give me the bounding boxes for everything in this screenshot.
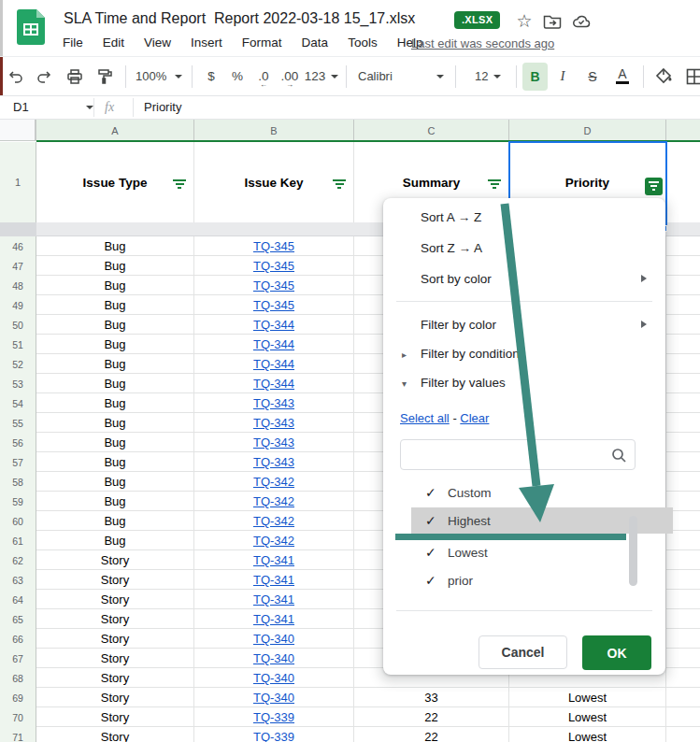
column-header-A[interactable]: A bbox=[36, 120, 194, 141]
menu-item-filter-by-color[interactable]: Filter by color bbox=[421, 318, 496, 332]
cell-B53[interactable]: TQ-344 bbox=[194, 374, 354, 393]
cell-B63[interactable]: TQ-341 bbox=[194, 570, 354, 590]
cell-A68[interactable]: Story bbox=[36, 668, 194, 688]
italic-button[interactable]: I bbox=[548, 63, 578, 91]
menu-edit[interactable]: Edit bbox=[103, 36, 124, 50]
cancel-button[interactable]: Cancel bbox=[479, 635, 567, 669]
issue-link[interactable]: TQ-342 bbox=[253, 494, 294, 508]
increase-decimal-button[interactable]: .00→ bbox=[277, 63, 303, 91]
cell-B61[interactable]: TQ-342 bbox=[194, 531, 354, 550]
cell-A65[interactable]: Story bbox=[36, 609, 194, 629]
issue-link[interactable]: TQ-341 bbox=[253, 612, 294, 626]
cell-A51[interactable]: Bug bbox=[36, 335, 194, 354]
row-header-61[interactable]: 61 bbox=[0, 531, 36, 550]
menu-format[interactable]: Format bbox=[242, 36, 282, 50]
cell-B69[interactable]: TQ-340 bbox=[194, 688, 354, 707]
borders-button[interactable] bbox=[679, 63, 700, 91]
last-edit-status[interactable]: Last edit was seconds ago bbox=[411, 36, 554, 50]
issue-link[interactable]: TQ-343 bbox=[253, 396, 294, 410]
more-formats-button[interactable]: 123 bbox=[303, 63, 340, 91]
fill-color-button[interactable] bbox=[650, 63, 679, 91]
issue-link[interactable]: TQ-345 bbox=[253, 239, 294, 253]
expanded-triangle-icon[interactable]: ▾ bbox=[402, 378, 407, 389]
row-header-65[interactable]: 65 bbox=[0, 609, 36, 629]
select-all-link[interactable]: Select all bbox=[400, 411, 450, 425]
issue-link[interactable]: TQ-339 bbox=[253, 730, 294, 742]
row-header-66[interactable]: 66 bbox=[0, 629, 36, 649]
cell-B68[interactable]: TQ-340 bbox=[194, 668, 354, 688]
cell-A54[interactable]: Bug bbox=[36, 393, 194, 413]
cell-B54[interactable]: TQ-343 bbox=[194, 393, 354, 413]
cell-A66[interactable]: Story bbox=[36, 629, 194, 649]
text-color-button[interactable]: A bbox=[607, 63, 637, 91]
menu-item-filter-by-values[interactable]: Filter by values bbox=[421, 376, 506, 390]
cell-A55[interactable]: Bug bbox=[36, 413, 194, 433]
issue-link[interactable]: TQ-343 bbox=[253, 435, 294, 449]
cell-B59[interactable]: TQ-342 bbox=[194, 492, 354, 511]
row-header-67[interactable]: 67 bbox=[0, 649, 36, 668]
filter-search-input[interactable] bbox=[408, 445, 605, 465]
issue-link[interactable]: TQ-340 bbox=[253, 671, 294, 685]
checkmark-icon[interactable]: ✓ bbox=[425, 545, 440, 560]
formula-input[interactable]: Priority bbox=[144, 100, 181, 114]
bold-button[interactable]: B bbox=[522, 63, 548, 91]
issue-link[interactable]: TQ-343 bbox=[253, 416, 294, 430]
star-icon[interactable]: ☆ bbox=[514, 11, 535, 32]
cell-B64[interactable]: TQ-341 bbox=[194, 590, 354, 609]
issue-link[interactable]: TQ-343 bbox=[253, 455, 294, 469]
cell-A59[interactable]: Bug bbox=[36, 492, 194, 511]
row-header-48[interactable]: 48 bbox=[0, 276, 36, 295]
cell-B46[interactable]: TQ-345 bbox=[194, 236, 354, 256]
row-header-64[interactable]: 64 bbox=[0, 590, 36, 609]
header-cell-issue-key[interactable]: Issue Key bbox=[194, 142, 354, 222]
sheets-logo-icon[interactable] bbox=[17, 9, 45, 45]
cell-B60[interactable]: TQ-342 bbox=[194, 511, 354, 531]
cell-B49[interactable]: TQ-345 bbox=[194, 295, 354, 315]
strikethrough-button[interactable]: S bbox=[578, 63, 607, 91]
cell-A62[interactable]: Story bbox=[36, 550, 194, 570]
cell-A53[interactable]: Bug bbox=[36, 374, 194, 393]
cell-A58[interactable]: Bug bbox=[36, 472, 194, 492]
filter-list-scrollbar[interactable] bbox=[629, 516, 637, 586]
cell-A57[interactable]: Bug bbox=[36, 452, 194, 472]
cell-B56[interactable]: TQ-343 bbox=[194, 433, 354, 452]
issue-link[interactable]: TQ-342 bbox=[253, 514, 294, 528]
issue-link[interactable]: TQ-344 bbox=[253, 337, 294, 351]
menu-data[interactable]: Data bbox=[302, 36, 329, 50]
row-header-54[interactable]: 54 bbox=[0, 393, 36, 413]
cell-B71[interactable]: TQ-339 bbox=[194, 727, 354, 742]
row-header-57[interactable]: 57 bbox=[0, 452, 36, 472]
row-header-51[interactable]: 51 bbox=[0, 335, 36, 354]
cell-B47[interactable]: TQ-345 bbox=[194, 256, 354, 276]
name-box[interactable]: D1 bbox=[13, 100, 29, 114]
issue-link[interactable]: TQ-340 bbox=[253, 632, 294, 646]
cell-C69[interactable]: 33 bbox=[354, 688, 509, 707]
checkmark-icon[interactable]: ✓ bbox=[425, 513, 440, 528]
cell-B66[interactable]: TQ-340 bbox=[194, 629, 354, 649]
column-header-B[interactable]: B bbox=[194, 120, 354, 141]
issue-link[interactable]: TQ-339 bbox=[253, 710, 294, 724]
cell-A56[interactable]: Bug bbox=[36, 433, 194, 452]
menu-item-filter-by-condition[interactable]: Filter by condition bbox=[421, 347, 520, 361]
row-header-59[interactable]: 59 bbox=[0, 492, 36, 511]
issue-link[interactable]: TQ-344 bbox=[253, 357, 294, 371]
paint-format-button[interactable] bbox=[90, 63, 120, 91]
row-header-69[interactable]: 69 bbox=[0, 688, 36, 707]
issue-link[interactable]: TQ-344 bbox=[253, 318, 294, 332]
row-header-52[interactable]: 52 bbox=[0, 354, 36, 374]
zoom-select[interactable]: 100% bbox=[132, 63, 186, 91]
cell-B48[interactable]: TQ-345 bbox=[194, 276, 354, 295]
menu-tools[interactable]: Tools bbox=[348, 36, 378, 50]
cell-D69[interactable]: Lowest bbox=[509, 688, 666, 707]
cell-A70[interactable]: Story bbox=[36, 707, 194, 727]
cell-A49[interactable]: Bug bbox=[36, 295, 194, 315]
decrease-decimal-button[interactable]: .0← bbox=[250, 63, 277, 91]
column-header-D[interactable]: D bbox=[509, 120, 666, 141]
cell-A52[interactable]: Bug bbox=[36, 354, 194, 374]
row-header-1[interactable]: 1 bbox=[0, 142, 36, 222]
cell-B62[interactable]: TQ-341 bbox=[194, 550, 354, 570]
header-cell-issue-type[interactable]: Issue Type bbox=[36, 142, 194, 222]
row-header-50[interactable]: 50 bbox=[0, 315, 36, 335]
document-title[interactable]: SLA Time and Report Report 2022-03-18 15… bbox=[64, 10, 415, 27]
redo-button[interactable] bbox=[30, 63, 60, 91]
